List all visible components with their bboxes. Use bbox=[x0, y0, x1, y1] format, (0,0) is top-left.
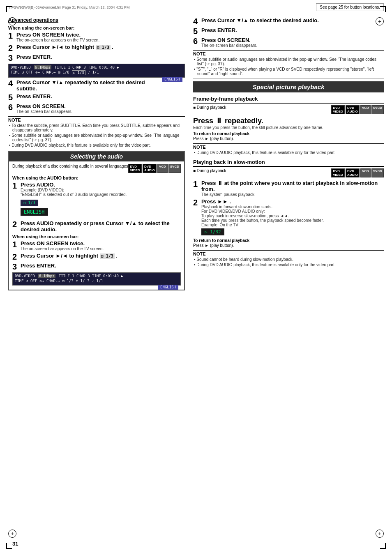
note-section-1: NOTE To clear the subtitle, press SUBTIT… bbox=[8, 116, 185, 147]
step-5-title: Press ENTER. bbox=[16, 93, 185, 99]
sm-step-1-content: Press ⏸ at the point where you want to s… bbox=[201, 180, 384, 197]
corner-mark-tl bbox=[6, 6, 12, 12]
sm-step-2: 2 Press ►► . Playback in forward slow-mo… bbox=[193, 198, 384, 237]
step-2-cursor: 2 Press Cursor ►/◄ to highlight ⊡ 1/3 . bbox=[8, 44, 185, 52]
sm-step-2-dvd: For DVD VIDEO/DVD AUDIO only: bbox=[201, 209, 384, 214]
audio-step-1-content: Press AUDIO. Example (DVD VIDEO): "ENGLI… bbox=[21, 182, 181, 219]
step-4-cursor-sub: 4 Press Cursor ▼/▲ repeatedly to select … bbox=[8, 79, 162, 92]
onscreen-display-1: DVD-VIDEO 6.1Mbps TITLE 1 CHAP 3 TIME 0:… bbox=[8, 64, 185, 78]
file-info: TIFSW9SW8[B]-06Advanced.fm Page 31 Frida… bbox=[8, 5, 129, 9]
step-1-onscreen: 1 Press ON SCREEN twice. The on-screen b… bbox=[8, 32, 185, 42]
sm-badge-svcd: SVCD bbox=[371, 168, 384, 177]
english-tag-2: ENGLISH bbox=[158, 285, 178, 290]
sm-note-1: Sound cannot be heard during slow-motion… bbox=[193, 257, 384, 262]
fbf-during-label: ■ During playback bbox=[193, 105, 226, 110]
note-1: To clear the subtitle, press SUBTITLE. E… bbox=[8, 123, 185, 132]
content-area: Advanced operations When using the on-sc… bbox=[0, 15, 392, 302]
audio-step-3b: 3 Press ENTER. bbox=[12, 263, 181, 271]
audio-step-2-title: Press AUDIO repeatedly or press Cursor ▼… bbox=[21, 220, 181, 233]
english-tag-1: ENGLISH bbox=[162, 77, 182, 82]
left-column: Advanced operations When using the on-sc… bbox=[8, 17, 185, 294]
advanced-ops-title: Advanced operations bbox=[8, 17, 185, 23]
bottom-right-circle bbox=[376, 530, 384, 538]
audio-step-2-number: 2 bbox=[12, 220, 19, 233]
audio-step-1b-content: Press ON SCREEN twice. The on-screen bar… bbox=[21, 240, 181, 251]
step-1-number: 1 bbox=[8, 32, 15, 42]
onscreen-display-2: DVD-VIDEO 6.1Mbps TITLE 1 CHAP 3 TIME 0:… bbox=[12, 272, 181, 286]
fbf-during-row: ■ During playback DVDVIDEO DVDAUDIO VCD … bbox=[193, 105, 384, 114]
step-6-title: Press ON SCREEN. bbox=[16, 103, 185, 109]
audio-step-1b-title: Press ON SCREEN twice. bbox=[21, 240, 181, 246]
fbf-step: Press ⏸ repeatedly. Each time you press … bbox=[193, 117, 384, 130]
display-1-3: ⊡ 1/3 bbox=[21, 200, 38, 206]
audio-step-3b-content: Press ENTER. bbox=[21, 263, 181, 271]
sm-example-display: ▷ 1/32 bbox=[201, 228, 224, 235]
frame-by-frame-section: Frame-by-frame playback ■ During playbac… bbox=[193, 96, 384, 155]
sm-step-2-content: Press ►► . Playback in forward slow-moti… bbox=[201, 198, 384, 237]
sm-badge-dvd-audio: DVDAUDIO bbox=[346, 168, 360, 177]
selecting-audio-section: Selecting the audio During playback of a… bbox=[8, 151, 185, 290]
onscreen-row1b: DVD-VIDEO 6.1Mbps TITLE 1 CHAP 3 TIME 0:… bbox=[15, 274, 178, 278]
badge-svcd: SVCD bbox=[168, 164, 181, 173]
right-note-1: Some subtitle or audio languages are abb… bbox=[193, 57, 384, 66]
step-1-content: Press ON SCREEN twice. The on-screen bar… bbox=[16, 32, 185, 42]
onscreen-row2b: TIME ↺ OFF ⊙→ CHAP.→ ⊡ 1/3 ⊡ 1/ 3 ♪ 1/1 bbox=[15, 279, 178, 283]
section-divider bbox=[193, 78, 384, 79]
note-title-1: NOTE bbox=[8, 116, 185, 122]
sm-note-section: NOTE Sound cannot be heard during slow-m… bbox=[193, 250, 384, 267]
step-6-content: Press ON SCREEN. The on-screen bar disap… bbox=[16, 103, 185, 114]
fbf-to-return-title: To return to normal playback bbox=[193, 131, 384, 136]
step-4-number: 4 bbox=[8, 79, 15, 92]
step-6-desc: The on-screen bar disappears. bbox=[16, 109, 185, 114]
sm-step-1-title: Press ⏸ at the point where you want to s… bbox=[201, 180, 384, 192]
during-playback-row: During playback of a disc containing aud… bbox=[12, 164, 181, 173]
sm-badge-dvd-video: DVDVIDEO bbox=[331, 168, 345, 177]
fbf-badge-dvd-video: DVDVIDEO bbox=[331, 105, 345, 114]
right-note-section: NOTE Some subtitle or audio languages ar… bbox=[193, 50, 384, 76]
special-picture-title: Special picture playback bbox=[193, 81, 384, 92]
audio-step-2-content: Press AUDIO repeatedly or press Cursor ▼… bbox=[21, 220, 181, 233]
fbf-step-content: Press ⏸ repeatedly. Each time you press … bbox=[193, 117, 384, 130]
audio-step-1-number: 1 bbox=[12, 182, 19, 219]
step-2-number: 2 bbox=[8, 44, 15, 52]
fbf-badges: DVDVIDEO DVDAUDIO VCD SVCD bbox=[331, 105, 384, 114]
when-onscreen-2: When using the on-screen bar: bbox=[12, 234, 181, 239]
audio-step-1-desc2: "ENGLISH" is selected out of 3 audio lan… bbox=[21, 192, 181, 197]
when-audio-button-label: When using the AUDIO button: bbox=[12, 175, 181, 180]
audio-step-2b: 2 Press Cursor ►/◄ to highlight ⊡ 1/3 . bbox=[12, 253, 181, 261]
step-2-title: Press Cursor ►/◄ to highlight ⊡ 1/3 . bbox=[16, 44, 185, 50]
step-5-enter: 5 Press ENTER. bbox=[8, 93, 185, 101]
slow-motion-section: Playing back in slow-motion ■ During pla… bbox=[193, 159, 384, 267]
right-note-2: "ST", "L" or "R" is displayed when playi… bbox=[193, 67, 384, 76]
display-english: ENGLISH bbox=[21, 208, 48, 216]
sm-step-2-title: Press ►► . bbox=[201, 198, 384, 205]
audio-step-2b-content: Press Cursor ►/◄ to highlight ⊡ 1/3 . bbox=[21, 253, 181, 261]
sm-step-1: 1 Press ⏸ at the point where you want to… bbox=[193, 180, 384, 197]
audio-step-1: 1 Press AUDIO. Example (DVD VIDEO): "ENG… bbox=[12, 182, 181, 219]
sm-during-label: ■ During playback bbox=[193, 168, 226, 173]
slow-motion-header: Playing back in slow-motion bbox=[193, 159, 384, 167]
audio-step-1-title: Press AUDIO. bbox=[21, 182, 181, 188]
sm-step-2-reverse: To play back in reverse slow-motion, pre… bbox=[201, 214, 384, 218]
step-6-onscreen: 6 Press ON SCREEN. The on-screen bar dis… bbox=[8, 103, 185, 114]
sm-step-2-each: Each time you press the button, the play… bbox=[201, 218, 384, 223]
sm-step-2-desc1: Playback in forward slow-motion starts. bbox=[201, 205, 384, 209]
top-right-circle bbox=[376, 17, 384, 25]
note-3: During DVD AUDIO playback, this feature … bbox=[8, 143, 185, 147]
step-1-desc: The on-screen bar appears on the TV scre… bbox=[16, 38, 185, 42]
fbf-badge-svcd: SVCD bbox=[371, 105, 384, 114]
right-step-4-content: Press Cursor ▼/▲ to select the desired a… bbox=[201, 17, 384, 25]
sm-note-title: NOTE bbox=[193, 250, 384, 256]
fbf-note-section: NOTE During DVD AUDIO playback, this fea… bbox=[193, 143, 384, 155]
audio-step-3b-title: Press ENTER. bbox=[21, 263, 181, 269]
fbf-note-title: NOTE bbox=[193, 143, 384, 150]
sm-to-return-desc: Press ► (play button). bbox=[193, 243, 384, 248]
right-step-5: 5 Press ENTER. bbox=[193, 27, 384, 35]
page-number: 31 bbox=[12, 541, 18, 547]
sm-step-1-number: 1 bbox=[193, 180, 200, 197]
right-step-6-number: 6 bbox=[193, 37, 200, 48]
step-5-number: 5 bbox=[8, 93, 15, 101]
when-onscreen-label-1: When using the on-screen bar: bbox=[8, 25, 185, 30]
fbf-badge-vcd: VCD bbox=[360, 105, 371, 114]
sm-step-2-number: 2 bbox=[193, 198, 200, 237]
